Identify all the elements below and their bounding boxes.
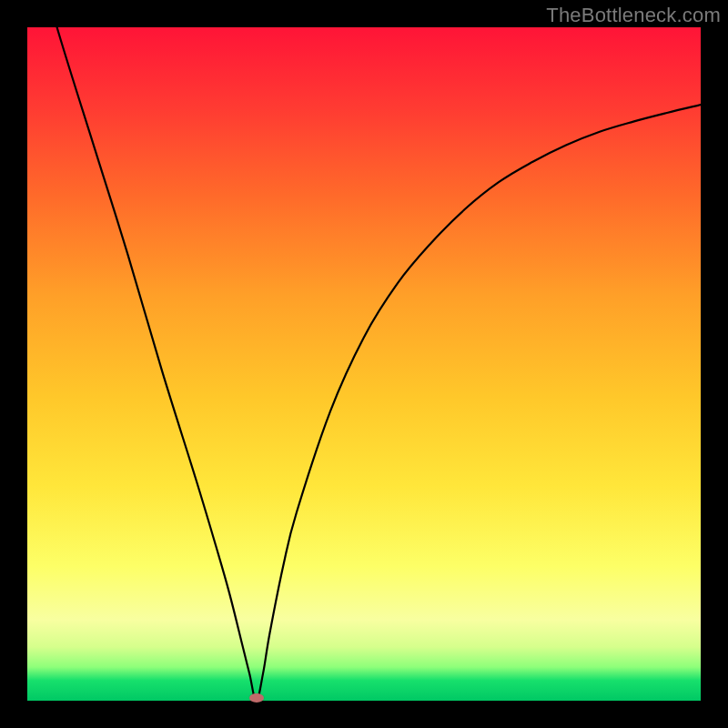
plot-area [27,27,701,701]
bottleneck-curve [27,27,701,701]
chart-frame: TheBottleneck.com [0,0,728,728]
watermark-text: TheBottleneck.com [546,4,721,27]
minimum-marker [249,693,264,703]
